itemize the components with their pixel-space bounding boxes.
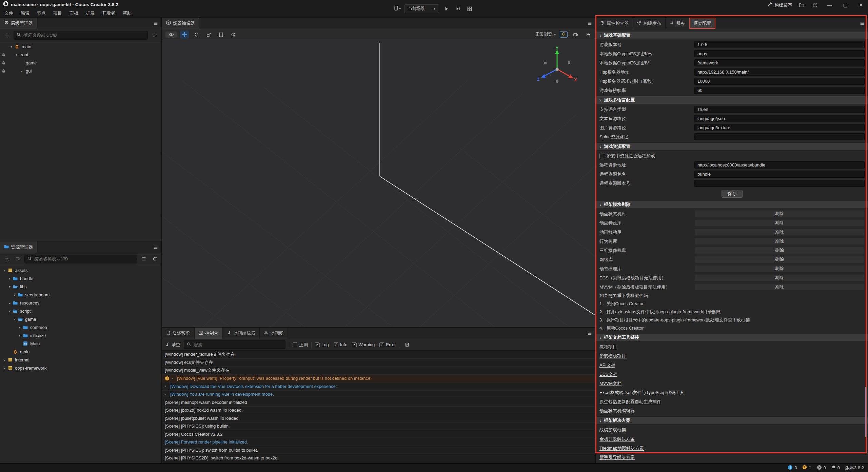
tree-node-internal[interactable]: ▸internal xyxy=(0,356,161,364)
chevron-down-icon[interactable]: ▾ xyxy=(9,45,14,48)
step-button[interactable] xyxy=(454,5,462,13)
trim-button[interactable]: 剔除 xyxy=(694,219,865,227)
save-button[interactable]: 保存 xyxy=(722,190,743,198)
lock-icon[interactable] xyxy=(0,69,7,73)
mode-3d-button[interactable]: 3D xyxy=(165,32,177,38)
preview-device-button[interactable]: ▾ xyxy=(394,6,401,12)
open-log-file-icon[interactable] xyxy=(403,341,411,349)
chevron-right-icon[interactable]: ▸ xyxy=(2,358,7,362)
doc-link[interactable]: 战棋游戏框架 xyxy=(599,427,626,433)
add-asset-button[interactable] xyxy=(3,255,11,263)
log-row[interactable]: [Scene] [PHYSICS]: switch from builtin t… xyxy=(162,446,595,454)
field-input[interactable] xyxy=(694,41,865,48)
tree-node-initialize[interactable]: ▸initialize xyxy=(0,331,161,339)
menu-扩展[interactable]: 扩展 xyxy=(82,9,98,18)
field-input[interactable] xyxy=(694,161,865,169)
log-row[interactable]: ›[Window] You are running Vue in develop… xyxy=(162,391,595,399)
move-tool-button[interactable] xyxy=(180,31,189,39)
chevron-down-icon[interactable]: ▾ xyxy=(7,309,12,313)
refresh-icon[interactable] xyxy=(151,255,159,263)
hierarchy-menu-icon[interactable] xyxy=(150,18,161,29)
doc-link[interactable]: 教程项目 xyxy=(599,344,617,350)
field-input[interactable] xyxy=(694,124,865,131)
tree-node-resources[interactable]: ▸resources xyxy=(0,299,161,307)
menu-节点[interactable]: 节点 xyxy=(33,9,50,18)
field-input[interactable] xyxy=(694,78,865,85)
tree-node-gui[interactable]: ▸gui xyxy=(0,67,161,75)
log-row[interactable]: [Scene] meshopt wasm decoder initialized xyxy=(162,398,595,407)
log-row[interactable]: [Scene] Cocos Creator v3.8.2 xyxy=(162,430,595,438)
trim-button[interactable]: 剔除 xyxy=(694,256,865,263)
tab-框架配置[interactable]: 框架配置 xyxy=(689,18,715,29)
section-header[interactable]: ∨游戏基础配置 xyxy=(596,32,868,39)
section-header[interactable]: ∨框架文档工具链接 xyxy=(596,334,868,341)
tab-scene-editor[interactable]: 场景编辑器 xyxy=(162,18,199,29)
notification-count[interactable]: 0 xyxy=(831,465,840,471)
console-search-input[interactable] xyxy=(193,342,282,347)
console-menu-icon[interactable] xyxy=(584,328,595,339)
log-row[interactable]: [Window] render_texture文件夹存在 xyxy=(162,351,595,359)
tab-动画图[interactable]: 动画图 xyxy=(260,328,288,339)
filter-warning-checkbox[interactable]: ✓Warning xyxy=(352,342,375,347)
doc-link[interactable]: MVVM文档 xyxy=(599,380,622,387)
tree-node-game[interactable]: game xyxy=(0,59,161,67)
hierarchy-search-input[interactable] xyxy=(23,33,145,38)
tree-node-libs[interactable]: ▾libs xyxy=(0,282,161,291)
error-count[interactable]: 0 xyxy=(817,465,826,471)
tree-node-main[interactable]: ▾main xyxy=(0,42,161,51)
camera-icon[interactable] xyxy=(572,31,580,39)
field-input[interactable] xyxy=(694,50,865,57)
info-count[interactable]: i 3 xyxy=(788,465,797,471)
collapse-all-icon[interactable] xyxy=(140,255,148,263)
doc-link[interactable]: Tiledmap地图解决方案 xyxy=(599,445,644,451)
view-mode-select[interactable]: 正常浏览 ▾ xyxy=(535,32,556,37)
doc-link[interactable]: 新手引导解决方案 xyxy=(599,454,635,460)
menu-编辑[interactable]: 编辑 xyxy=(17,9,33,18)
field-input[interactable] xyxy=(694,59,865,66)
log-row[interactable]: !›[Window] [Vue warn]: Property "onInput… xyxy=(162,375,595,383)
warning-count[interactable]: ! 1 xyxy=(802,465,811,471)
close-button[interactable]: ✕ xyxy=(856,2,866,8)
open-folder-icon[interactable] xyxy=(797,1,806,9)
lock-icon[interactable] xyxy=(0,53,7,57)
chevron-down-icon[interactable]: ▾ xyxy=(7,285,12,289)
filter-error-checkbox[interactable]: ✓Error xyxy=(379,342,396,347)
doc-link[interactable]: ECS文档 xyxy=(599,371,617,377)
trim-button[interactable]: 剔除 xyxy=(694,238,865,245)
tree-node-root[interactable]: ▾root xyxy=(0,51,161,59)
tree-node-bundle[interactable]: ▸bundle xyxy=(0,274,161,282)
field-input[interactable] xyxy=(694,106,865,113)
section-header[interactable]: ∨框架解决方案 xyxy=(596,417,868,424)
doc-link[interactable]: API文档 xyxy=(599,362,615,368)
gear-icon[interactable] xyxy=(584,31,592,39)
chevron-right-icon[interactable]: ▸ xyxy=(7,277,12,280)
trim-button[interactable]: 剔除 xyxy=(694,210,865,217)
chevron-right-icon[interactable]: ▸ xyxy=(7,301,12,305)
field-input[interactable] xyxy=(694,87,865,94)
remote-load-checkbox[interactable]: ✓游戏中资源是否远程加载 xyxy=(596,151,868,160)
tree-node-game[interactable]: ▾game xyxy=(0,315,161,323)
chevron-right-icon[interactable]: ▸ xyxy=(2,366,7,370)
menu-面板[interactable]: 面板 xyxy=(66,9,82,18)
regex-checkbox[interactable]: ✓ 正则 xyxy=(293,342,308,348)
filter-log-checkbox[interactable]: ✓Log xyxy=(315,342,329,347)
log-row[interactable]: [Scene] [bullet]:bullet wasm lib loaded. xyxy=(162,414,595,422)
help-icon[interactable]: ? xyxy=(811,1,819,9)
field-input[interactable] xyxy=(694,133,865,140)
menu-文件[interactable]: 文件 xyxy=(1,9,17,18)
tree-node-assets[interactable]: ▾assets xyxy=(0,266,161,274)
field-input[interactable] xyxy=(694,68,865,76)
tree-node-seedrandom[interactable]: ▸seedrandom xyxy=(0,291,161,299)
chevron-right-icon[interactable]: ▸ xyxy=(12,293,17,297)
minimize-button[interactable]: — xyxy=(825,2,835,8)
hierarchy-filter-icon[interactable] xyxy=(151,31,159,39)
chevron-down-icon[interactable]: ▾ xyxy=(12,317,17,321)
log-row[interactable]: [Window] model_view文件夹存在 xyxy=(162,367,595,375)
trim-button[interactable]: 剔除 xyxy=(694,247,865,254)
add-node-button[interactable] xyxy=(3,31,11,39)
menu-开发者[interactable]: 开发者 xyxy=(98,9,119,18)
tab-资源预览[interactable]: 资源预览 xyxy=(162,328,195,339)
sort-assets-button[interactable] xyxy=(14,255,22,263)
maximize-button[interactable]: ▢ xyxy=(840,2,850,8)
log-row[interactable]: [Scene] [PHYSICS]: using builtin. xyxy=(162,422,595,431)
